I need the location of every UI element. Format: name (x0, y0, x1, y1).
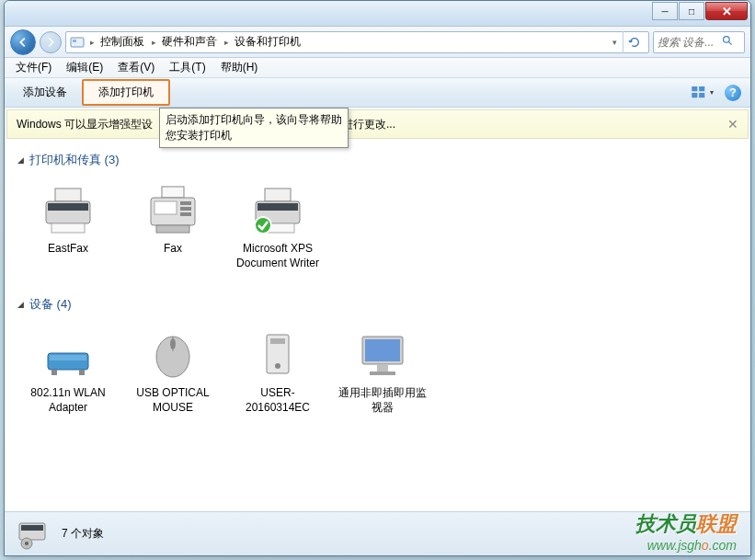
view-options-button[interactable]: ▾ (692, 86, 714, 99)
svg-rect-26 (79, 370, 85, 375)
explorer-window: ─ □ ✕ ▸ 控制面板 ▸ 硬件和声音 ▸ 设备和打印机 ▾ (4, 0, 751, 556)
svg-rect-33 (365, 339, 400, 361)
back-button[interactable] (10, 29, 36, 55)
tooltip: 启动添加打印机向导，该向导将帮助您安装打印机 (159, 108, 349, 148)
svg-rect-34 (377, 364, 388, 371)
svg-point-39 (25, 542, 29, 545)
svg-point-2 (724, 36, 730, 42)
menu-edit[interactable]: 编辑(E) (59, 58, 110, 77)
svg-rect-16 (180, 212, 191, 216)
breadcrumb-dropdown-icon[interactable]: ▾ (607, 38, 623, 47)
status-text: 7 个对象 (62, 526, 104, 542)
toolbar: 添加设备 添加打印机 ▾ ? (5, 78, 750, 108)
device-item[interactable]: 通用非即插即用监视器 (332, 322, 433, 420)
status-icon (16, 518, 52, 551)
devices-folder-icon (70, 35, 85, 50)
svg-rect-5 (692, 93, 697, 97)
group-header-devices[interactable]: ◢ 设备 (4) (17, 292, 738, 316)
printer-default-icon (246, 183, 310, 238)
svg-point-28 (170, 338, 176, 349)
svg-rect-9 (48, 203, 88, 211)
collapse-icon: ◢ (17, 300, 24, 309)
device-item[interactable]: Microsoft XPS Document Writer (227, 177, 328, 276)
printers-grid: EastFax Fax Microsoft XPS Document Write… (17, 172, 738, 292)
menu-view[interactable]: 查看(V) (110, 58, 162, 77)
svg-rect-15 (180, 207, 191, 211)
device-label: 802.11n WLAN Adapter (19, 386, 117, 415)
breadcrumb[interactable]: ▸ 控制面板 ▸ 硬件和声音 ▸ 设备和打印机 ▾ (65, 31, 649, 53)
breadcrumb-item[interactable]: 控制面板 (97, 32, 150, 51)
help-button[interactable]: ? (725, 85, 741, 101)
svg-rect-6 (699, 93, 704, 97)
add-printer-button[interactable]: 添加打印机 (82, 79, 170, 106)
computer-icon (246, 327, 310, 383)
device-label: 通用非即插即用监视器 (334, 386, 431, 415)
svg-rect-35 (370, 371, 395, 375)
breadcrumb-item[interactable]: 设备和打印机 (231, 32, 306, 51)
device-item[interactable]: Fax (122, 177, 223, 276)
devices-grid: 802.11n WLAN Adapter USB OPTICAL MOUSE U… (17, 316, 738, 437)
svg-rect-3 (692, 86, 697, 91)
refresh-icon (628, 36, 641, 49)
monitor-icon (350, 327, 415, 383)
mouse-icon (141, 327, 205, 383)
svg-rect-4 (699, 86, 704, 91)
breadcrumb-arrow[interactable]: ▸ (224, 38, 229, 47)
search-icon[interactable] (722, 35, 734, 50)
info-close-button[interactable]: ✕ (727, 117, 738, 131)
svg-point-31 (275, 363, 280, 369)
device-item[interactable]: USB OPTICAL MOUSE (122, 322, 223, 420)
maximize-button[interactable]: □ (679, 2, 704, 20)
arrow-left-icon (17, 36, 29, 49)
search-input[interactable] (658, 36, 722, 49)
svg-rect-37 (21, 525, 43, 531)
svg-rect-14 (180, 201, 191, 205)
watermark: 技术员联盟 www.jsgho.com (635, 510, 737, 553)
device-item[interactable]: USER-20160314EC (227, 322, 328, 420)
menu-file[interactable]: 文件(F) (8, 58, 59, 77)
breadcrumb-arrow[interactable]: ▸ (152, 38, 156, 47)
menu-bar: 文件(F) 编辑(E) 查看(V) 工具(T) 帮助(H) (5, 58, 750, 78)
forward-button[interactable] (40, 31, 62, 53)
printer-icon (36, 183, 100, 238)
menu-tools[interactable]: 工具(T) (162, 58, 212, 77)
group-header-printers[interactable]: ◢ 打印机和传真 (3) (17, 148, 738, 172)
svg-point-22 (255, 217, 271, 234)
device-item[interactable]: EastFax (17, 177, 119, 276)
refresh-button[interactable] (623, 31, 645, 53)
svg-rect-1 (73, 40, 76, 42)
svg-rect-25 (51, 370, 57, 375)
svg-rect-20 (257, 203, 298, 211)
svg-rect-11 (162, 187, 184, 198)
svg-rect-24 (50, 355, 86, 360)
content-area: ◢ 打印机和传真 (3) EastFax Fax Microsoft XPS (5, 141, 750, 518)
close-button[interactable]: ✕ (705, 2, 748, 20)
arrow-right-icon (44, 36, 57, 49)
device-label: USB OPTICAL MOUSE (124, 386, 222, 415)
minimize-button[interactable]: ─ (652, 2, 678, 20)
device-item[interactable]: 802.11n WLAN Adapter (17, 322, 119, 420)
svg-rect-18 (265, 189, 291, 201)
collapse-icon: ◢ (17, 155, 24, 165)
navigation-bar: ▸ 控制面板 ▸ 硬件和声音 ▸ 设备和打印机 ▾ (5, 27, 750, 58)
device-label: Microsoft XPS Document Writer (229, 242, 326, 270)
svg-rect-30 (270, 338, 285, 344)
breadcrumb-arrow[interactable]: ▸ (90, 38, 95, 47)
titlebar[interactable]: ─ □ ✕ (5, 1, 750, 27)
view-icon (692, 86, 708, 99)
svg-rect-17 (156, 225, 189, 233)
svg-rect-7 (55, 189, 81, 201)
svg-rect-10 (51, 223, 85, 233)
device-label: EastFax (48, 242, 88, 257)
device-label: Fax (164, 242, 182, 257)
info-bar: Windows 可以显示增强型设进行更改... ✕ (6, 109, 749, 139)
svg-rect-13 (154, 201, 177, 214)
menu-help[interactable]: 帮助(H) (213, 58, 266, 77)
device-label: USER-20160314EC (229, 386, 326, 415)
search-box[interactable] (653, 31, 745, 53)
breadcrumb-item[interactable]: 硬件和声音 (158, 32, 223, 51)
fax-icon (141, 183, 205, 238)
add-device-button[interactable]: 添加设备 (14, 81, 76, 104)
adapter-icon (36, 327, 100, 383)
